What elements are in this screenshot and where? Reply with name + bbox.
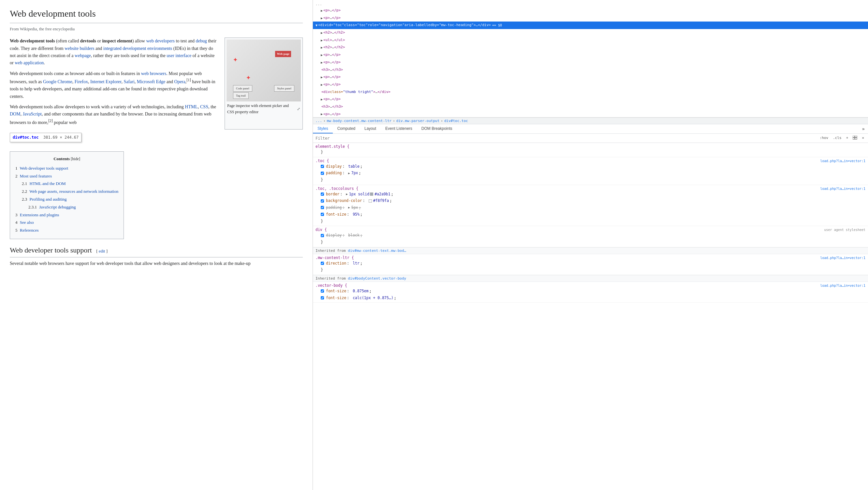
link-web-browsers[interactable]: web browsers [141, 71, 166, 76]
dom-node[interactable]: <h3>…</h3> [313, 103, 868, 111]
dom-node[interactable]: <p>…</p> [313, 74, 868, 81]
dom-triangle[interactable] [321, 60, 323, 65]
expand-arrow[interactable]: ▶ [348, 205, 350, 210]
link-debug[interactable]: debug [195, 38, 207, 44]
css-prop-checkbox[interactable] [321, 193, 324, 196]
image-expand-icon[interactable]: ⤢ [297, 106, 300, 112]
dom-triangle[interactable] [321, 30, 323, 35]
dom-node[interactable]: <p>…</p> [313, 81, 868, 88]
cls-button[interactable]: .cls [832, 135, 843, 141]
intro-para-2: Web development tools come as browser ad… [10, 70, 218, 100]
close-style-button[interactable]: ✕ [861, 135, 865, 141]
css-prop-checkbox[interactable] [321, 296, 324, 299]
color-swatch[interactable] [369, 199, 372, 203]
tab-event-listeners[interactable]: Event Listeners [381, 124, 417, 134]
toc-link-1[interactable]: Web developer tools support [20, 166, 68, 171]
dom-node[interactable]: <h3>…</h3> [313, 66, 868, 74]
add-style-button[interactable]: + [845, 135, 850, 141]
tab-styles[interactable]: Styles [313, 124, 333, 134]
link-web-app[interactable]: web application [15, 60, 44, 65]
expand-arrow[interactable]: ▶ [346, 192, 347, 197]
breadcrumb-ellipsis[interactable]: ... [315, 119, 322, 123]
css-source[interactable]: load.php?la…in=vector:1 [820, 159, 865, 163]
filter-input[interactable] [315, 136, 816, 141]
tab-layout[interactable]: Layout [360, 124, 381, 134]
dom-node[interactable]: <h2>…</h2> [313, 44, 868, 51]
css-source[interactable]: load.php?la…in=vector:1 [820, 256, 865, 260]
link-safari[interactable]: Safari [124, 79, 134, 84]
dom-node[interactable]: <h2>…</h2> [313, 29, 868, 36]
hover-button[interactable]: :hov [818, 135, 830, 141]
link-ui[interactable]: user interface [166, 53, 191, 58]
tabs-more-button[interactable]: » [859, 124, 868, 134]
dom-triangle[interactable] [321, 111, 323, 117]
dom-triangle[interactable] [321, 8, 323, 13]
toc-link-2-1[interactable]: HTML and the DOM [30, 181, 66, 186]
css-prop-checkbox[interactable] [321, 165, 324, 168]
toc-title: Contents [hide] [15, 155, 118, 163]
link-edge[interactable]: Microsoft Edge [137, 79, 165, 84]
css-prop-checkbox[interactable] [321, 172, 324, 175]
dom-node-selected[interactable]: <div id="toc" class="toc" role="navigati… [313, 22, 868, 29]
breadcrumb-item-3[interactable]: div#toc.toc [444, 119, 468, 123]
section-1-edit-link[interactable]: edit [99, 249, 105, 254]
link-website-builders[interactable]: website builders [65, 46, 94, 51]
dom-node[interactable]: <p>…</p> [313, 59, 868, 66]
dom-triangle[interactable] [321, 37, 323, 43]
expand-arrow[interactable]: ▶ [348, 171, 350, 176]
link-chrome[interactable]: Google Chrome [43, 79, 72, 84]
dom-node[interactable]: <p>…</p> [313, 7, 868, 15]
dom-triangle[interactable] [321, 82, 323, 87]
link-js[interactable]: JavaScript [23, 112, 42, 116]
toc-hide-link[interactable]: [hide] [71, 156, 80, 161]
dom-node[interactable]: <p>…</p> [313, 95, 868, 103]
breadcrumb-item-2[interactable]: div.mw-parser-output [396, 119, 439, 123]
inherited-from-link-2[interactable]: div#bodyContent.vector-body [348, 276, 406, 281]
toc-link-5[interactable]: References [20, 228, 39, 233]
toc-link-2-3[interactable]: Profiling and auditing [30, 197, 67, 202]
toc-link-2-3-1[interactable]: JavaScript debugging [39, 205, 75, 209]
dom-triangle[interactable] [321, 52, 323, 58]
layout-icon-button[interactable] [851, 135, 859, 141]
toc-link-4[interactable]: See also [20, 220, 34, 225]
css-prop-checkbox[interactable] [321, 206, 324, 209]
link-webpage[interactable]: webpage [75, 53, 91, 58]
css-source[interactable]: load.php?la…in=vector:1 [820, 187, 865, 191]
dom-tree[interactable]: ... <p>…</p> <p>…</p> <div id="toc" clas… [313, 0, 868, 117]
dom-node[interactable]: <div class="thumb tright">…</div> [313, 88, 868, 96]
css-prop-checkbox[interactable] [321, 213, 324, 216]
color-swatch[interactable] [370, 193, 373, 196]
tab-computed[interactable]: Computed [333, 124, 360, 134]
image-box: Web-page Code panel Styles panel Tag tra… [224, 37, 303, 129]
link-ide[interactable]: integrated development environments [103, 46, 173, 51]
toc-link-3[interactable]: Extensions and plugins [20, 212, 59, 217]
list-item: 2.3.1 JavaScript debugging [15, 204, 118, 211]
link-ie[interactable]: Internet Explorer [90, 79, 121, 84]
list-item: 2.3 Profiling and auditing [15, 196, 118, 203]
dom-node[interactable]: <p>…</p> [313, 111, 868, 117]
css-prop-checkbox[interactable] [321, 289, 324, 293]
toc-link-2-2[interactable]: Web page assets, resources and network i… [29, 189, 118, 194]
dom-triangle[interactable] [321, 15, 323, 21]
css-source[interactable]: load.php?la…in=vector:1 [820, 284, 865, 287]
dom-node[interactable]: <p>…</p> [313, 51, 868, 59]
breadcrumb-item-1[interactable]: mw-body-content.mw-content-ltr [327, 119, 392, 123]
link-opera[interactable]: Opera [175, 79, 185, 84]
inherited-from-link-1[interactable]: div#mw-content-text.mw-bod… [348, 249, 406, 253]
toc-link-2[interactable]: Most used features [20, 174, 52, 178]
link-web-developers[interactable]: web developers [146, 38, 175, 44]
link-firefox[interactable]: Firefox [75, 79, 88, 84]
dom-node[interactable]: <p>…</p> [313, 15, 868, 22]
css-prop-checkbox[interactable] [321, 199, 324, 203]
dom-triangle[interactable] [321, 96, 323, 102]
tab-dom-breakpoints[interactable]: DOM Breakpoints [417, 124, 457, 134]
dom-node[interactable]: <ul>…</ul> [313, 36, 868, 44]
dom-triangle[interactable] [321, 75, 323, 80]
css-prop-checkbox[interactable] [321, 262, 324, 265]
link-css[interactable]: CSS [200, 105, 208, 109]
link-dom[interactable]: DOM [10, 112, 21, 116]
dom-triangle[interactable] [321, 45, 323, 50]
css-prop-checkbox[interactable] [321, 234, 324, 237]
link-html[interactable]: HTML [185, 105, 198, 109]
dom-triangle[interactable] [315, 23, 317, 28]
